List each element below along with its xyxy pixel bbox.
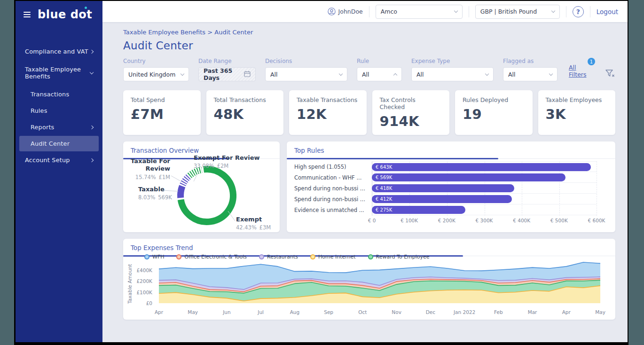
filter-expense-type-input[interactable]: All: [411, 67, 494, 81]
filter-country-input[interactable]: United Kingdom: [123, 67, 189, 81]
filter-label: Expense Type: [411, 58, 494, 64]
donut-segment-taxable-for-review: [183, 177, 188, 185]
currency-select-value: GBP | British Pound: [480, 8, 537, 15]
sidebar-item-transactions[interactable]: Transactions: [19, 86, 99, 102]
top-rules-card: Top Rules High spend (1.055)€ 643KCommun…: [287, 141, 615, 232]
kpi-value: 48K: [214, 106, 276, 122]
filter-country: CountryUnited Kingdom: [123, 58, 189, 81]
kpi-card-total-transactions: Total Transactions48K: [206, 90, 284, 135]
chevron-right-icon: [90, 158, 94, 162]
rule-track: € 275K: [372, 204, 597, 215]
legend-dot-icon: [310, 254, 315, 259]
topbar-divider: [566, 6, 566, 17]
filter-date-range-input[interactable]: Past 365 Days: [198, 67, 256, 81]
kpi-label: Tax Controls Checked: [380, 96, 442, 110]
kpi-card-rules-deployed: Rules Deployed19: [455, 90, 533, 135]
filter-rule-input[interactable]: All: [357, 67, 402, 81]
topbar-divider: [469, 6, 469, 17]
chevron-down-icon: [551, 9, 555, 13]
filter-label: Flagged as: [503, 58, 558, 64]
all-filters-link[interactable]: All Filters1: [569, 64, 589, 78]
rule-label: Spend during non-bussi ...: [294, 196, 372, 203]
sidebar-item-rules[interactable]: Rules: [19, 103, 99, 118]
rule-bar[interactable]: € 275K: [372, 206, 465, 214]
rules-x-axis: € 0€ 100K€ 200K€ 300K€ 400K€ 500K€ 600K: [372, 218, 597, 224]
logo-accent-letter: o: [79, 8, 86, 21]
rule-bar-value: € 412K: [376, 196, 392, 202]
clear-filters-icon[interactable]: [605, 69, 615, 79]
sidebar-item-label: Rules: [31, 107, 47, 114]
rule-label: Spend during non-bussi ...: [294, 185, 372, 192]
frame-left-strip: [0, 0, 14, 345]
company-select[interactable]: Amco: [376, 5, 463, 19]
hamburger-menu-icon[interactable]: [23, 11, 31, 18]
kpi-label: Rules Deployed: [463, 96, 525, 103]
chevron-down-icon: [454, 9, 458, 13]
rule-bar[interactable]: € 412K: [372, 195, 512, 203]
donut-label-name: Taxable: [138, 186, 172, 193]
rules-tick-label: € 400K: [513, 218, 530, 223]
sidebar-item-audit-center[interactable]: Audit Center: [19, 136, 99, 151]
sidebar-item-reports[interactable]: Reports: [19, 119, 99, 135]
area-month-label: Jun: [223, 309, 230, 315]
area-month-label: Feb: [494, 309, 503, 315]
card-title-text: Top Expenses Trend: [131, 244, 193, 251]
filter-decisions-input[interactable]: All: [265, 67, 347, 81]
donut-label-exempt: Exempt42.43% £3M: [236, 216, 271, 231]
help-icon[interactable]: ?: [573, 6, 584, 17]
rules-tick-label: € 0: [368, 218, 376, 223]
filter-flagged-as-input[interactable]: All: [503, 67, 558, 81]
logo-suffix: t: [86, 8, 92, 21]
calendar-icon: [244, 71, 251, 78]
topbar-divider: [369, 6, 369, 17]
kpi-value: 3K: [546, 106, 608, 122]
rule-track: € 412K: [372, 194, 597, 204]
rule-bar[interactable]: € 418K: [372, 184, 514, 192]
rule-bar-value: € 275K: [376, 207, 392, 212]
rule-row: Spend during non-bussi ...€ 418K: [294, 183, 597, 194]
kpi-value: 19: [463, 106, 525, 122]
rules-tick-label: € 600K: [588, 218, 605, 223]
filter-value: All: [270, 71, 278, 78]
sidebar-item-label: Account Setup: [25, 157, 70, 164]
area-month-label: Sep: [324, 309, 333, 315]
currency-select[interactable]: GBP | British Pound: [475, 5, 560, 19]
filter-label: Rule: [357, 58, 402, 64]
filter-decisions: DecisionsAll: [265, 58, 347, 81]
rule-bar-value: € 418K: [376, 186, 392, 191]
topbar-divider: [590, 6, 590, 17]
rule-bar-value: € 569K: [376, 175, 392, 180]
filter-rule: RuleAll: [357, 58, 402, 81]
donut-segment-taxable: [181, 186, 182, 198]
kpi-card-taxable-employees: Taxable Employees3K: [538, 90, 616, 135]
sidebar: blue dot Compliance and VATTaxable Emplo…: [16, 1, 102, 342]
rule-label: Communication - WHF ...: [294, 174, 372, 181]
logout-button[interactable]: Logout: [597, 8, 618, 16]
title-indicator: [287, 158, 498, 159]
rule-bar[interactable]: € 643K: [372, 163, 591, 171]
filter-value: All: [362, 71, 369, 78]
donut-label-name: Exempt For Review: [194, 154, 259, 162]
sidebar-item-compliance-and-vat[interactable]: Compliance and VAT: [19, 44, 99, 59]
breadcrumb[interactable]: Taxable Employee Benefits > Audit Center: [123, 29, 615, 36]
rules-rows: High spend (1.055)€ 643KCommunication - …: [294, 161, 597, 215]
rule-track: € 569K: [372, 172, 597, 183]
filter-row: CountryUnited KingdomDate RangePast 365 …: [123, 58, 615, 81]
area-month-label: Dec: [426, 309, 435, 315]
kpi-card-total-spend: Total Spend£7M: [123, 90, 201, 135]
area-tick-label: £200K: [136, 278, 152, 284]
donut-label-taxable-for-review: Taxable For Review15.74% £1M: [131, 157, 170, 180]
page-title: Audit Center: [123, 39, 615, 52]
area-month-label: Apr: [155, 309, 163, 315]
user-name: JohnDoe: [338, 8, 363, 15]
filter-label: Country: [123, 58, 189, 64]
area-tick-label: £100K: [136, 290, 152, 295]
kpi-value: 12K: [297, 106, 359, 122]
area-month-label: Apr: [562, 309, 571, 315]
sidebar-item-taxable-employee-benefits[interactable]: Taxable Employee Benefits: [19, 62, 99, 84]
area-tick-label: £400K: [136, 267, 152, 273]
sidebar-item-account-setup[interactable]: Account Setup: [19, 152, 99, 168]
rule-bar[interactable]: € 569K: [372, 173, 565, 181]
user-menu[interactable]: JohnDoe: [328, 8, 363, 16]
charts-row: Transaction Overview Exempt42.43% £3MTax…: [123, 141, 615, 232]
